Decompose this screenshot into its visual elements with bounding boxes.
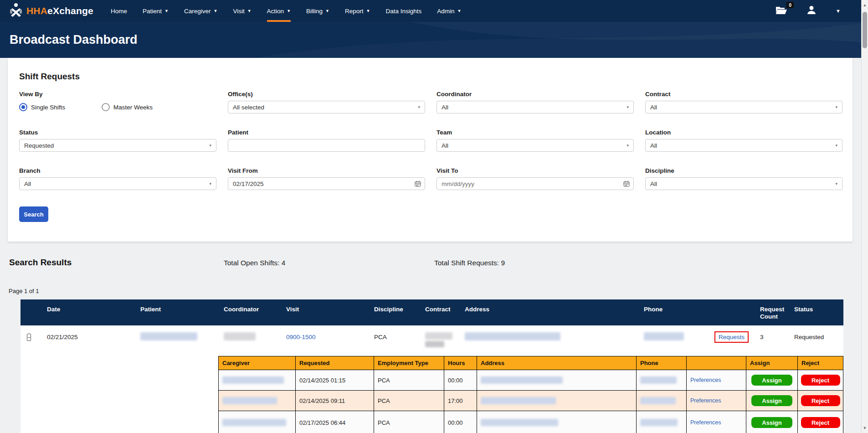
contract-select[interactable]: All ▾ [645, 101, 842, 113]
caregiver-request-row: 02/14/2025 09:11 PCA 17:00 Preferences A… [219, 390, 843, 411]
table-row: − 02/21/2025 0900-1500 PCA Requests 3 Re… [21, 325, 843, 349]
user-profile-icon[interactable] [806, 5, 817, 17]
preferences-link[interactable]: Preferences [690, 377, 721, 383]
nav-visit[interactable]: Visit▼ [233, 0, 251, 22]
filter-grid: View By Single Shifts Master Weeks Offic… [19, 91, 841, 190]
redacted-contract [425, 332, 452, 340]
chevron-down-icon: ▾ [627, 105, 629, 109]
chevron-down-icon: ▼ [366, 9, 370, 13]
collapse-row-icon[interactable]: − [27, 334, 31, 341]
nav-caregiver[interactable]: Caregiver▼ [184, 0, 217, 22]
expanded-row-area: Caregiver Requested Employment Type Hour… [21, 349, 843, 433]
ncol-caregiver: Caregiver [219, 356, 296, 370]
ncell-employment-type: PCA [374, 370, 444, 390]
search-results-heading: Search Results [9, 258, 72, 268]
location-label: Location [645, 129, 842, 136]
assign-button[interactable]: Assign [751, 375, 792, 386]
col-collapse [21, 299, 43, 325]
branch-label: Branch [19, 167, 216, 174]
scroll-up-icon[interactable]: ▲ [862, 3, 868, 7]
request-details-table: Caregiver Requested Employment Type Hour… [218, 356, 843, 433]
radio-selected-icon[interactable] [19, 103, 27, 111]
requests-link-highlight: Requests [714, 331, 749, 343]
patient-input[interactable] [233, 139, 420, 151]
open-cases-folder-icon[interactable]: 0 [776, 5, 787, 16]
radio-unselected-icon[interactable] [102, 103, 110, 111]
ncol-address: Address [477, 356, 637, 370]
scroll-down-icon[interactable]: ▼ [862, 426, 868, 430]
table-header-row: Date Patient Coordinator Visit Disciplin… [21, 299, 843, 325]
nav-action[interactable]: Action▼ [267, 0, 291, 22]
visit-from-date-input[interactable] [233, 178, 420, 190]
view-by-field: View By Single Shifts Master Weeks [19, 91, 216, 113]
visit-from-label: Visit From [228, 167, 425, 174]
chevron-down-icon: ▼ [164, 9, 169, 13]
redacted-phone [640, 397, 676, 404]
cell-status: Requested [791, 334, 843, 340]
search-button[interactable]: Search [19, 206, 48, 222]
preferences-link[interactable]: Preferences [690, 397, 721, 404]
nav-report[interactable]: Report▼ [345, 0, 370, 22]
assign-button[interactable]: Assign [751, 395, 792, 406]
shift-requests-panel: Shift Requests View By Single Shifts Mas… [8, 58, 853, 242]
caregiver-request-row: 02/14/2025 01:15 PCA 00:00 Preferences A… [219, 370, 843, 390]
office-select[interactable]: All selected ▾ [228, 101, 425, 113]
branch-select[interactable]: All ▾ [19, 177, 216, 190]
page-header-band: Broadcast Dashboard [0, 22, 868, 58]
nav-data-insights[interactable]: Data Insights [385, 0, 421, 22]
search-results-header: Search Results Total Open Shifts: 4 Tota… [0, 258, 868, 271]
nav-billing[interactable]: Billing▼ [306, 0, 329, 22]
col-discipline: Discipline [370, 299, 421, 325]
team-field: Team All ▾ [437, 129, 634, 152]
status-label: Status [19, 129, 216, 136]
patient-input-wrap [228, 139, 425, 152]
ncell-requested: 02/17/2025 06:44 [296, 411, 374, 433]
discipline-select[interactable]: All ▾ [645, 177, 842, 190]
chevron-down-icon: ▼ [287, 9, 291, 13]
navbar-right-icons: 0 ▼ [776, 0, 868, 22]
user-menu-chevron-icon[interactable]: ▼ [836, 8, 841, 14]
folder-count-badge: 0 [786, 2, 794, 8]
office-field: Office(s) All selected ▾ [228, 91, 425, 113]
brand-logo[interactable]: HHAeXchange [0, 0, 98, 22]
ncell-employment-type: PCA [374, 411, 444, 433]
visit-to-input-wrap [437, 177, 634, 190]
chevron-down-icon: ▾ [835, 105, 837, 109]
location-field: Location All ▾ [645, 129, 842, 152]
radio-master-weeks[interactable]: Master Weeks [102, 103, 153, 111]
calendar-icon[interactable] [623, 180, 630, 188]
visit-from-field: Visit From [228, 167, 425, 190]
vertical-scrollbar[interactable]: ▲ ▼ [861, 0, 868, 433]
contract-field: Contract All ▾ [645, 91, 842, 113]
ncell-hours: 00:00 [444, 370, 477, 390]
nav-admin[interactable]: Admin▼ [437, 0, 461, 22]
ncol-hours: Hours [444, 356, 477, 370]
ncol-requested: Requested [296, 356, 374, 370]
nav-home[interactable]: Home [111, 0, 127, 22]
nav-patient[interactable]: Patient▼ [143, 0, 169, 22]
reject-button[interactable]: Reject [801, 395, 840, 406]
preferences-link[interactable]: Preferences [690, 419, 721, 426]
reject-button[interactable]: Reject [801, 417, 840, 428]
redacted-address [481, 376, 563, 384]
col-patient: Patient [137, 299, 220, 325]
ncol-preferences [687, 356, 746, 370]
caregiver-request-row: 02/17/2025 06:44 PCA 00:00 Preferences A… [219, 411, 843, 433]
calendar-icon[interactable] [415, 180, 421, 188]
requests-link[interactable]: Requests [719, 334, 745, 340]
ncol-employment-type: Employment Type [374, 356, 444, 370]
coordinator-select[interactable]: All ▾ [437, 101, 634, 113]
reject-button[interactable]: Reject [801, 375, 840, 386]
main-menu: Home Patient▼ Caregiver▼ Visit▼ Action▼ … [111, 0, 461, 22]
visit-time-link[interactable]: 0900-1500 [286, 334, 316, 340]
scrollbar-thumb[interactable] [863, 12, 867, 48]
team-select[interactable]: All ▾ [437, 139, 634, 152]
assign-button[interactable]: Assign [751, 417, 792, 428]
location-select[interactable]: All ▾ [645, 139, 842, 152]
chevron-down-icon: ▾ [627, 143, 629, 148]
visit-to-date-input[interactable] [442, 178, 629, 190]
redacted-contract [425, 341, 444, 347]
redacted-caregiver-name [222, 376, 284, 384]
radio-single-shifts[interactable]: Single Shifts [19, 103, 65, 111]
status-select[interactable]: Requested ▾ [19, 139, 216, 152]
